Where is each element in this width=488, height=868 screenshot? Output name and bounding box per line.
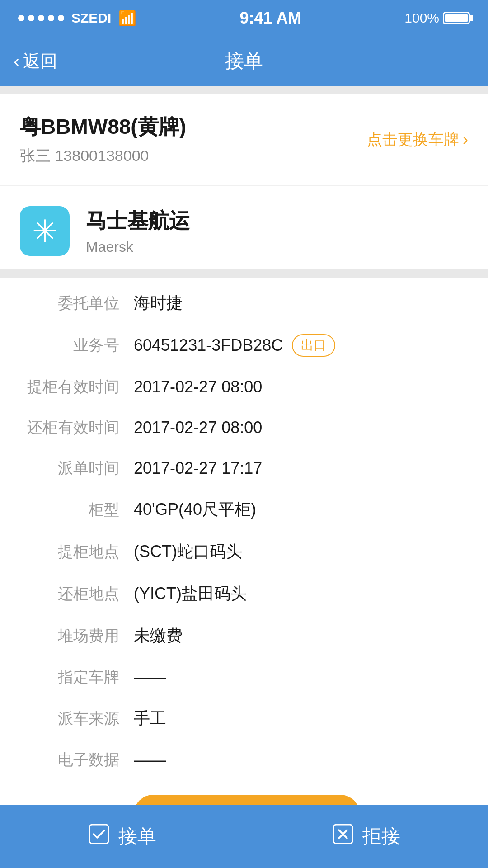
wifi-icon: 📶 — [118, 9, 136, 27]
value-paidantime: 2017-02-27 17:17 — [134, 459, 262, 478]
page-content: 粤BBMW88(黄牌) 张三 13800138000 点击更换车牌 › ✳ 马士… — [0, 86, 488, 868]
battery-indicator: 100% — [404, 10, 470, 26]
battery-bar — [443, 12, 470, 24]
company-logo: ✳ — [20, 206, 70, 256]
accept-icon — [88, 823, 110, 850]
label-guixing: 柜型 — [20, 500, 119, 520]
signal-dot-2 — [28, 15, 34, 21]
value-duichangfei: 未缴费 — [134, 625, 183, 647]
vehicle-plate: 粤BBMW88(黄牌) — [20, 113, 186, 141]
detail-row-yewuhao: 业务号 60451231-3FDB28C 出口 — [0, 324, 488, 367]
detail-row-zhidingchepai: 指定车牌 —— — [0, 657, 488, 698]
value-zhidingchepai: —— — [134, 668, 166, 687]
signal-dot-3 — [38, 15, 44, 21]
reject-button[interactable]: 拒接 — [244, 805, 488, 868]
company-name-cn: 马士基航运 — [86, 207, 190, 235]
signal-dots — [18, 15, 64, 21]
svg-rect-0 — [89, 825, 108, 844]
label-yewuhao: 业务号 — [20, 335, 119, 356]
export-badge: 出口 — [292, 334, 335, 357]
page-header: ‹ 返回 接单 — [0, 36, 488, 86]
detail-row-tigui-time: 提柜有效时间 2017-02-27 08:00 — [0, 367, 488, 407]
detail-row-huigui-time: 还柜有效时间 2017-02-27 08:00 — [0, 407, 488, 448]
top-divider — [0, 86, 488, 94]
status-time: 9:41 AM — [239, 9, 301, 28]
status-left: SZEDI 📶 — [18, 9, 136, 27]
back-button[interactable]: ‹ 返回 — [14, 50, 57, 73]
detail-row-huiguidizhi: 还柜地点 (YICT)盐田码头 — [0, 573, 488, 615]
section-gap — [0, 269, 488, 278]
company-name-block: 马士基航运 Maersk — [86, 207, 190, 255]
company-name-en: Maersk — [86, 239, 190, 255]
label-huiguidizhi: 还柜地点 — [20, 584, 119, 604]
value-yewuhao: 60451231-3FDB28C 出口 — [134, 334, 335, 357]
bottom-bar: 接单 拒接 — [0, 805, 488, 868]
label-dianzishuju: 电子数据 — [20, 750, 119, 770]
label-huigui-time: 还柜有效时间 — [20, 417, 119, 438]
status-bar: SZEDI 📶 9:41 AM 100% — [0, 0, 488, 36]
value-huiguidizhi: (YICT)盐田码头 — [134, 583, 247, 605]
vehicle-driver: 张三 13800138000 — [20, 146, 186, 166]
value-paicheyuanlai: 手工 — [134, 708, 166, 730]
detail-row-tiguidizhi: 提柜地点 (SCT)蛇口码头 — [0, 531, 488, 573]
accept-button[interactable]: 接单 — [0, 805, 244, 868]
label-tigui-time: 提柜有效时间 — [20, 377, 119, 397]
vehicle-info: 粤BBMW88(黄牌) 张三 13800138000 — [20, 113, 186, 166]
value-tigui-time: 2017-02-27 08:00 — [134, 377, 262, 396]
signal-dot-4 — [48, 15, 54, 21]
accept-label: 接单 — [118, 824, 156, 849]
detail-row-guixing: 柜型 40'GP(40尺平柜) — [0, 489, 488, 531]
label-weituodanwei: 委托单位 — [20, 293, 119, 314]
label-tiguidizhi: 提柜地点 — [20, 542, 119, 562]
change-plate-label: 点击更换车牌 — [367, 129, 459, 150]
change-plate-button[interactable]: 点击更换车牌 › — [367, 129, 468, 150]
detail-row-paicheyuanlai: 派车来源 手工 — [0, 698, 488, 740]
value-guixing: 40'GP(40尺平柜) — [134, 499, 256, 521]
back-chevron-icon: ‹ — [14, 51, 19, 71]
detail-section: 委托单位 海时捷 业务号 60451231-3FDB28C 出口 提柜有效时间 … — [0, 278, 488, 868]
value-dianzishuju: —— — [134, 750, 166, 769]
chevron-right-icon: › — [463, 130, 468, 149]
value-weituodanwei: 海时捷 — [134, 292, 183, 314]
detail-row-dianzishuju: 电子数据 —— — [0, 740, 488, 780]
signal-dot-5 — [58, 15, 64, 21]
detail-row-duichangfei: 堆场费用 未缴费 — [0, 615, 488, 657]
carrier-label: SZEDI — [71, 10, 111, 26]
status-right: 100% — [404, 10, 470, 26]
label-paicheyuanlai: 派车来源 — [20, 708, 119, 729]
label-paidantime: 派单时间 — [20, 458, 119, 479]
detail-row-weituodanwei: 委托单位 海时捷 — [0, 282, 488, 324]
value-tiguidizhi: (SCT)蛇口码头 — [134, 541, 242, 563]
battery-fill — [445, 14, 468, 22]
signal-dot-1 — [18, 15, 24, 21]
page-title: 接单 — [225, 48, 263, 74]
detail-row-paidantime: 派单时间 2017-02-27 17:17 — [0, 448, 488, 489]
back-label: 返回 — [23, 50, 57, 73]
label-duichangfei: 堆场费用 — [20, 626, 119, 646]
label-zhidingchepai: 指定车牌 — [20, 667, 119, 688]
reject-icon — [332, 823, 354, 850]
maersk-star-icon: ✳ — [32, 213, 58, 249]
battery-percent: 100% — [404, 10, 439, 26]
vehicle-section: 粤BBMW88(黄牌) 张三 13800138000 点击更换车牌 › — [0, 94, 488, 185]
company-section: ✳ 马士基航运 Maersk — [0, 186, 488, 269]
reject-label: 拒接 — [362, 824, 400, 849]
value-huigui-time: 2017-02-27 08:00 — [134, 418, 262, 437]
